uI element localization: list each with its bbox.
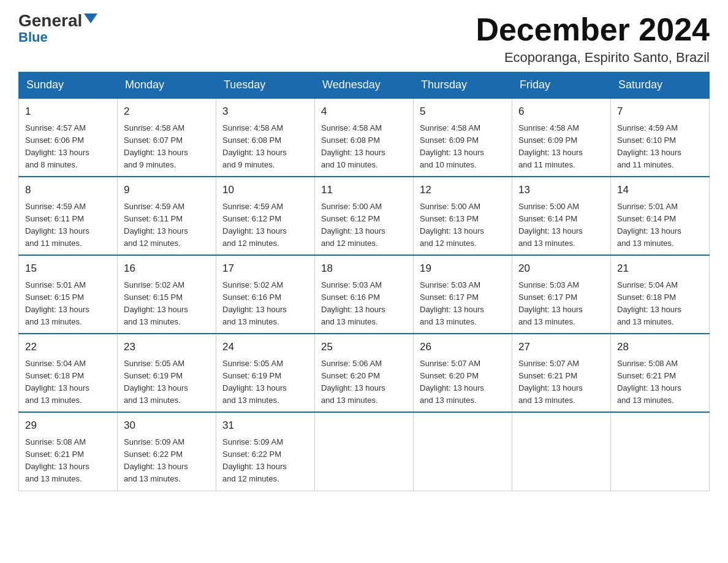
logo-general: General: [18, 12, 82, 29]
day-number: 22: [25, 339, 111, 355]
calendar-cell: 22 Sunrise: 5:04 AM Sunset: 6:18 PM Dayl…: [19, 334, 118, 412]
calendar-cell: 21 Sunrise: 5:04 AM Sunset: 6:18 PM Dayl…: [611, 255, 710, 334]
day-info: Sunrise: 5:07 AM Sunset: 6:20 PM Dayligh…: [420, 358, 506, 407]
day-number: 25: [321, 339, 407, 355]
day-number: 12: [420, 182, 506, 198]
calendar-cell: [611, 412, 710, 491]
calendar-cell: 25 Sunrise: 5:06 AM Sunset: 6:20 PM Dayl…: [315, 334, 414, 412]
day-info: Sunrise: 5:03 AM Sunset: 6:17 PM Dayligh…: [518, 279, 604, 329]
calendar-cell: 7 Sunrise: 4:59 AM Sunset: 6:10 PM Dayli…: [611, 98, 710, 177]
title-block: December 2024 Ecoporanga, Espirito Santo…: [476, 12, 710, 66]
day-number: 17: [222, 261, 308, 277]
calendar-header-thursday: Thursday: [414, 72, 512, 99]
day-info: Sunrise: 5:01 AM Sunset: 6:15 PM Dayligh…: [25, 279, 111, 329]
day-info: Sunrise: 4:59 AM Sunset: 6:11 PM Dayligh…: [25, 201, 111, 250]
calendar-cell: 20 Sunrise: 5:03 AM Sunset: 6:17 PM Dayl…: [512, 255, 611, 334]
day-info: Sunrise: 5:00 AM Sunset: 6:13 PM Dayligh…: [420, 201, 506, 250]
day-number: 13: [518, 182, 604, 198]
day-info: Sunrise: 5:08 AM Sunset: 6:21 PM Dayligh…: [25, 436, 111, 486]
calendar-cell: [414, 412, 512, 491]
calendar-cell: [315, 412, 414, 491]
day-info: Sunrise: 5:07 AM Sunset: 6:21 PM Dayligh…: [518, 358, 604, 407]
day-number: 3: [222, 104, 308, 120]
day-number: 21: [617, 261, 703, 277]
calendar-week-row: 29 Sunrise: 5:08 AM Sunset: 6:21 PM Dayl…: [19, 412, 710, 491]
day-number: 5: [420, 104, 506, 120]
calendar-header-row: SundayMondayTuesdayWednesdayThursdayFrid…: [19, 72, 710, 99]
day-info: Sunrise: 5:09 AM Sunset: 6:22 PM Dayligh…: [124, 436, 210, 486]
day-number: 14: [617, 182, 703, 198]
calendar-cell: 10 Sunrise: 4:59 AM Sunset: 6:12 PM Dayl…: [216, 177, 315, 255]
day-info: Sunrise: 5:05 AM Sunset: 6:19 PM Dayligh…: [222, 358, 308, 407]
day-info: Sunrise: 5:06 AM Sunset: 6:20 PM Dayligh…: [321, 358, 407, 407]
day-number: 30: [124, 418, 210, 434]
day-info: Sunrise: 5:08 AM Sunset: 6:21 PM Dayligh…: [617, 358, 703, 407]
day-info: Sunrise: 4:59 AM Sunset: 6:12 PM Dayligh…: [222, 201, 308, 250]
day-info: Sunrise: 4:58 AM Sunset: 6:08 PM Dayligh…: [222, 122, 308, 172]
day-info: Sunrise: 4:59 AM Sunset: 6:11 PM Dayligh…: [124, 201, 210, 250]
day-info: Sunrise: 5:04 AM Sunset: 6:18 PM Dayligh…: [25, 358, 111, 407]
day-number: 26: [420, 339, 506, 355]
calendar-cell: 12 Sunrise: 5:00 AM Sunset: 6:13 PM Dayl…: [414, 177, 512, 255]
day-info: Sunrise: 4:58 AM Sunset: 6:09 PM Dayligh…: [420, 122, 506, 172]
calendar-cell: 3 Sunrise: 4:58 AM Sunset: 6:08 PM Dayli…: [216, 98, 315, 177]
calendar-week-row: 1 Sunrise: 4:57 AM Sunset: 6:06 PM Dayli…: [19, 98, 710, 177]
day-number: 27: [518, 339, 604, 355]
calendar-cell: 6 Sunrise: 4:58 AM Sunset: 6:09 PM Dayli…: [512, 98, 611, 177]
calendar-cell: 29 Sunrise: 5:08 AM Sunset: 6:21 PM Dayl…: [19, 412, 118, 491]
day-info: Sunrise: 5:00 AM Sunset: 6:12 PM Dayligh…: [321, 201, 407, 250]
day-info: Sunrise: 5:02 AM Sunset: 6:15 PM Dayligh…: [124, 279, 210, 329]
day-number: 19: [420, 261, 506, 277]
day-info: Sunrise: 5:09 AM Sunset: 6:22 PM Dayligh…: [222, 436, 308, 486]
page-header: General Blue December 2024 Ecoporanga, E…: [18, 12, 710, 66]
calendar-cell: 15 Sunrise: 5:01 AM Sunset: 6:15 PM Dayl…: [19, 255, 118, 334]
day-number: 29: [25, 418, 111, 434]
calendar-header-tuesday: Tuesday: [216, 72, 315, 99]
month-title: December 2024: [476, 12, 710, 47]
day-number: 9: [124, 182, 210, 198]
calendar-cell: 17 Sunrise: 5:02 AM Sunset: 6:16 PM Dayl…: [216, 255, 315, 334]
calendar-week-row: 8 Sunrise: 4:59 AM Sunset: 6:11 PM Dayli…: [19, 177, 710, 255]
calendar-cell: [512, 412, 611, 491]
location-title: Ecoporanga, Espirito Santo, Brazil: [476, 50, 710, 66]
day-info: Sunrise: 5:05 AM Sunset: 6:19 PM Dayligh…: [124, 358, 210, 407]
day-number: 20: [518, 261, 604, 277]
day-number: 24: [222, 339, 308, 355]
day-info: Sunrise: 5:01 AM Sunset: 6:14 PM Dayligh…: [617, 201, 703, 250]
day-info: Sunrise: 5:02 AM Sunset: 6:16 PM Dayligh…: [222, 279, 308, 329]
day-number: 15: [25, 261, 111, 277]
calendar-cell: 8 Sunrise: 4:59 AM Sunset: 6:11 PM Dayli…: [19, 177, 118, 255]
calendar-cell: 11 Sunrise: 5:00 AM Sunset: 6:12 PM Dayl…: [315, 177, 414, 255]
day-info: Sunrise: 5:00 AM Sunset: 6:14 PM Dayligh…: [518, 201, 604, 250]
calendar-cell: 26 Sunrise: 5:07 AM Sunset: 6:20 PM Dayl…: [414, 334, 512, 412]
day-info: Sunrise: 4:58 AM Sunset: 6:07 PM Dayligh…: [124, 122, 210, 172]
calendar-cell: 18 Sunrise: 5:03 AM Sunset: 6:16 PM Dayl…: [315, 255, 414, 334]
calendar-cell: 24 Sunrise: 5:05 AM Sunset: 6:19 PM Dayl…: [216, 334, 315, 412]
calendar-cell: 19 Sunrise: 5:03 AM Sunset: 6:17 PM Dayl…: [414, 255, 512, 334]
svg-marker-0: [84, 13, 97, 23]
calendar-header-wednesday: Wednesday: [315, 72, 414, 99]
calendar-week-row: 22 Sunrise: 5:04 AM Sunset: 6:18 PM Dayl…: [19, 334, 710, 412]
day-info: Sunrise: 4:59 AM Sunset: 6:10 PM Dayligh…: [617, 122, 703, 172]
calendar-cell: 4 Sunrise: 4:58 AM Sunset: 6:08 PM Dayli…: [315, 98, 414, 177]
calendar-cell: 30 Sunrise: 5:09 AM Sunset: 6:22 PM Dayl…: [118, 412, 216, 491]
calendar-cell: 27 Sunrise: 5:07 AM Sunset: 6:21 PM Dayl…: [512, 334, 611, 412]
logo-arrow-icon: [84, 13, 97, 27]
day-number: 8: [25, 182, 111, 198]
calendar-cell: 16 Sunrise: 5:02 AM Sunset: 6:15 PM Dayl…: [118, 255, 216, 334]
day-number: 11: [321, 182, 407, 198]
day-number: 7: [617, 104, 703, 120]
day-info: Sunrise: 5:03 AM Sunset: 6:17 PM Dayligh…: [420, 279, 506, 329]
day-number: 16: [124, 261, 210, 277]
calendar-cell: 9 Sunrise: 4:59 AM Sunset: 6:11 PM Dayli…: [118, 177, 216, 255]
calendar-cell: 5 Sunrise: 4:58 AM Sunset: 6:09 PM Dayli…: [414, 98, 512, 177]
calendar-cell: 13 Sunrise: 5:00 AM Sunset: 6:14 PM Dayl…: [512, 177, 611, 255]
day-info: Sunrise: 4:57 AM Sunset: 6:06 PM Dayligh…: [25, 122, 111, 172]
logo: General Blue: [18, 12, 97, 45]
calendar-header-sunday: Sunday: [19, 72, 118, 99]
day-number: 23: [124, 339, 210, 355]
calendar-header-monday: Monday: [118, 72, 216, 99]
calendar-table: SundayMondayTuesdayWednesdayThursdayFrid…: [18, 72, 710, 491]
calendar-cell: 14 Sunrise: 5:01 AM Sunset: 6:14 PM Dayl…: [611, 177, 710, 255]
day-info: Sunrise: 4:58 AM Sunset: 6:08 PM Dayligh…: [321, 122, 407, 172]
